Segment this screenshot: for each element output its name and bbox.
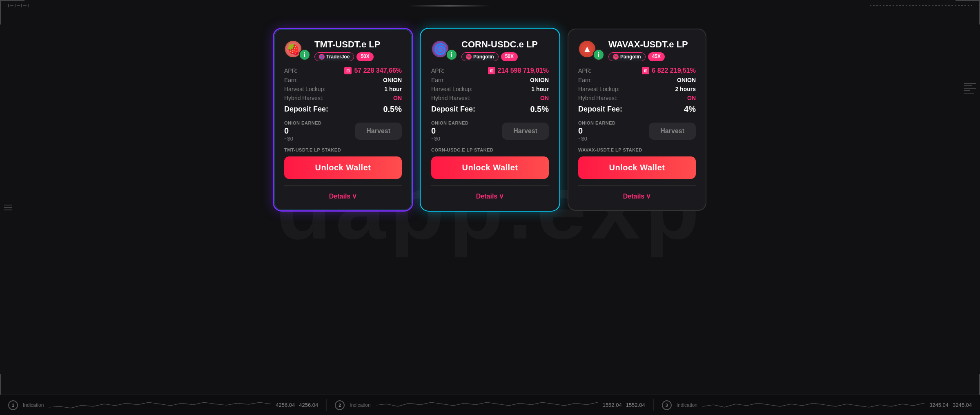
onion-earned-label-2: ONION EARNED [431, 120, 469, 125]
indicator-value-1b: 4256.04 [299, 402, 318, 408]
bottom-bar: 1 Indication 4256.04 4256.04 2 Indicatio… [0, 395, 980, 415]
unlock-wallet-button-3[interactable]: Unlock Wallet [578, 156, 696, 179]
earn-row-3: Earn: ONION [578, 77, 696, 83]
harvest-lockup-row-3: Harvest Lockup: 2 hours [578, 86, 696, 92]
token2-icon: i [299, 49, 310, 60]
token2-icon-3: i [593, 49, 604, 60]
farm-card-1: 🍓 i TMT-USDT.e LP 👤 TraderJoe 50X APR: ⊞ [274, 29, 412, 211]
apr-value-3: ⊞ 6 822 219,51% [642, 67, 696, 74]
harvest-lockup-label-1: Harvest Lockup: [284, 86, 325, 92]
indicator-label-3: Indication [677, 402, 697, 408]
earned-info-3: ONION EARNED 0 ~$0 [578, 120, 616, 142]
platform-icon-1: 👤 [319, 54, 325, 60]
earn-row-2: Earn: ONION [431, 77, 549, 83]
unlock-wallet-button-2[interactable]: Unlock Wallet [431, 156, 549, 179]
card-header-1: 🍓 i TMT-USDT.e LP 👤 TraderJoe 50X [284, 39, 402, 61]
sparkline-2 [376, 399, 598, 411]
indicator-value-1a: 4256.04 [276, 402, 295, 408]
onion-earned-label-3: ONION EARNED [578, 120, 616, 125]
multiplier-badge-2: 50X [501, 52, 518, 61]
hud-top [0, 0, 980, 11]
card-header-2: 🌀 i CORN-USDC.e LP 🦅 Pangolin 50X [431, 39, 549, 61]
earned-amount-3: 0 [578, 126, 616, 136]
hybrid-harvest-value-2: ON [540, 95, 549, 101]
deposit-fee-row-3: Deposit Fee: 4% [578, 105, 696, 114]
hybrid-harvest-row-2: Hybrid Harvest: ON [431, 95, 549, 101]
hud-center-bar [408, 5, 490, 7]
cards-container: 🍓 i TMT-USDT.e LP 👤 TraderJoe 50X APR: ⊞ [0, 20, 980, 219]
indicator-label-1: Indication [23, 402, 44, 408]
harvest-lockup-label-2: Harvest Lockup: [431, 86, 472, 92]
bottom-section-2: 2 Indication 1552.04 1552.04 [327, 399, 653, 411]
card-title-area-1: TMT-USDT.e LP 👤 TraderJoe 50X [314, 39, 402, 61]
platform-icon-2: 🦅 [466, 54, 472, 60]
apr-value-1: ⊞ 57 228 347,66% [344, 67, 402, 74]
indicator-value-2b: 1552.04 [626, 402, 645, 408]
platform-badge-3: 🦅 Pangolin [608, 52, 646, 61]
indicator-values-1: 4256.04 4256.04 [276, 402, 318, 408]
earned-amount-1: 0 [284, 126, 322, 136]
bottom-section-1: 1 Indication 4256.04 4256.04 [0, 399, 327, 411]
deposit-fee-value-1: 0.5% [383, 105, 402, 114]
earned-usd-1: ~$0 [284, 136, 322, 142]
details-link-3[interactable]: Details ∨ [578, 192, 696, 200]
details-link-1[interactable]: Details ∨ [284, 192, 402, 200]
sparkline-3 [702, 399, 924, 411]
farm-card-2: 🌀 i CORN-USDC.e LP 🦅 Pangolin 50X APR: ⊞ [421, 29, 559, 211]
card-title-2: CORN-USDC.e LP [461, 39, 549, 50]
earn-value-3: ONION [677, 77, 696, 83]
earned-info-2: ONION EARNED 0 ~$0 [431, 120, 469, 142]
earn-row-1: Earn: ONION [284, 77, 402, 83]
platform-name-2: Pangolin [473, 54, 494, 60]
earn-label-3: Earn: [578, 77, 592, 83]
apr-label-1: APR: [284, 67, 298, 74]
deposit-fee-row-2: Deposit Fee: 0.5% [431, 105, 549, 114]
harvest-button-3[interactable]: Harvest [649, 123, 696, 140]
indicator-value-3b: 3245.04 [953, 402, 972, 408]
deposit-fee-value-2: 0.5% [530, 105, 549, 114]
details-link-2[interactable]: Details ∨ [431, 192, 549, 200]
platform-name-1: TraderJoe [326, 54, 350, 60]
deposit-fee-label-3: Deposit Fee: [578, 105, 622, 114]
apr-row-1: APR: ⊞ 57 228 347,66% [284, 67, 402, 74]
card-title-1: TMT-USDT.e LP [314, 39, 402, 50]
card-divider-3 [578, 185, 696, 186]
deposit-fee-label-2: Deposit Fee: [431, 105, 475, 114]
calc-icon-2[interactable]: ⊞ [488, 67, 495, 74]
harvest-lockup-row-1: Harvest Lockup: 1 hour [284, 86, 402, 92]
card-header-3: ▲ i WAVAX-USDT.e LP 🦅 Pangolin 45X [578, 39, 696, 61]
hybrid-harvest-label-3: Hybrid Harvest: [578, 95, 617, 101]
harvest-lockup-value-3: 2 hours [675, 86, 696, 92]
hybrid-harvest-value-1: ON [393, 95, 402, 101]
indicator-values-3: 3245.04 3245.04 [929, 402, 972, 408]
chevron-down-icon-2: ∨ [499, 192, 504, 200]
staked-label-1: TMT-USDT.E LP STAKED [284, 147, 402, 152]
platform-name-3: Pangolin [620, 54, 641, 60]
stats-grid-3: APR: ⊞ 6 822 219,51% Earn: ONION Harvest… [578, 67, 696, 114]
apr-label-3: APR: [578, 67, 592, 74]
multiplier-badge-1: 50X [356, 52, 373, 61]
card-badges-1: 👤 TraderJoe 50X [314, 52, 402, 61]
staked-label-3: WAVAX-USDT.E LP STAKED [578, 147, 696, 152]
token-icons-3: ▲ i [578, 40, 604, 60]
apr-label-2: APR: [431, 67, 445, 74]
card-divider-2 [431, 185, 549, 186]
deposit-fee-row-1: Deposit Fee: 0.5% [284, 105, 402, 114]
harvest-lockup-row-2: Harvest Lockup: 1 hour [431, 86, 549, 92]
unlock-wallet-button-1[interactable]: Unlock Wallet [284, 156, 402, 179]
staked-label-2: CORN-USDC.E LP STAKED [431, 147, 549, 152]
sparkline-1 [49, 399, 271, 411]
card-title-area-2: CORN-USDC.e LP 🦅 Pangolin 50X [461, 39, 549, 61]
calc-icon-1[interactable]: ⊞ [344, 67, 352, 74]
multiplier-badge-3: 45X [648, 52, 665, 61]
harvest-lockup-value-1: 1 hour [384, 86, 402, 92]
platform-badge-1: 👤 TraderJoe [314, 52, 354, 61]
harvest-button-1[interactable]: Harvest [355, 123, 402, 140]
earned-info-1: ONION EARNED 0 ~$0 [284, 120, 322, 142]
apr-value-2: ⊞ 214 598 719,01% [488, 67, 549, 74]
harvest-lockup-label-3: Harvest Lockup: [578, 86, 619, 92]
token2-icon-2: i [446, 49, 457, 60]
indicator-circle-1: 1 [8, 400, 18, 410]
calc-icon-3[interactable]: ⊞ [642, 67, 649, 74]
harvest-button-2[interactable]: Harvest [502, 123, 549, 140]
